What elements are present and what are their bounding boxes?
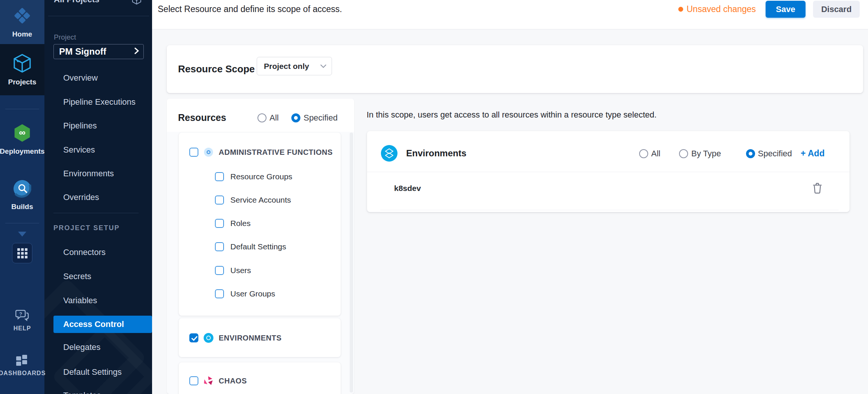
resources-panel-header: Resources All Specified [167,99,354,132]
checkbox-default-settings[interactable] [215,242,224,251]
cube-icon[interactable] [132,0,142,6]
panel-scrollbar[interactable] [350,133,353,392]
radio-env-all-label[interactable]: All [651,149,660,159]
chevron-right-icon [134,47,139,56]
project-label: Project [54,33,76,41]
sidebar-item-overrides[interactable]: Overrides [63,192,99,202]
add-resource-link[interactable]: + Add [801,148,825,159]
radio-env-specified-label[interactable]: Specified [758,149,792,159]
sidebar-item-overview[interactable]: Overview [63,73,98,83]
module-grid-button[interactable] [12,243,32,263]
svg-text:∞: ∞ [19,127,25,137]
checkbox-label[interactable]: Resource Groups [230,172,292,181]
project-selector[interactable]: PM Signoff [53,44,144,59]
sidebar-item-delegates[interactable]: Delegates [63,342,101,352]
resources-heading: Resources [178,112,226,123]
rail-item-dashboards[interactable]: DASHBOARDS [0,354,44,377]
module-rail: Home Projects ∞ Deployments Builds ? HEL… [0,0,44,394]
sidebar-divider [48,16,149,16]
rail-deployments-label: Deployments [0,147,45,156]
card-divider [367,172,850,172]
checkbox-users[interactable] [215,266,224,275]
scope-note: In this scope, users get access to all r… [367,110,656,120]
rail-item-projects[interactable]: Projects [0,44,44,95]
sidebar-item-pipeline-executions[interactable]: Pipeline Executions [63,97,136,107]
dashboards-icon [16,355,28,368]
resource-group-environments: ENVIRONMENTS [179,318,341,357]
sidebar-item-label: Access Control [53,319,124,329]
rail-builds-label: Builds [11,203,33,211]
environments-icon [381,145,397,162]
home-icon [12,6,32,27]
checkbox-label[interactable]: User Groups [230,289,275,298]
sidebar-item-secrets[interactable]: Secrets [63,272,91,281]
checkbox-label[interactable]: Roles [230,219,251,228]
administrative-functions-icon [204,148,213,157]
rail-divider [5,109,39,109]
discard-button[interactable]: Discard [813,1,860,18]
checkbox-environments[interactable] [189,333,198,342]
rail-divider [5,223,39,223]
radio-env-all[interactable] [639,149,648,158]
rail-home-label: Home [12,30,32,38]
group-label: ENVIRONMENTS [219,334,282,342]
environments-card: Environments All By Type Specified + Add… [367,131,850,212]
rail-item-deployments[interactable]: ∞ Deployments [0,121,44,157]
resource-group-chaos: CHAOS [179,362,341,394]
checkbox-roles[interactable] [215,219,224,228]
sidebar-item-environments[interactable]: Environments [63,169,114,179]
resource-scope-dropdown[interactable]: Project only [257,57,332,75]
sidebar-item-variables[interactable]: Variables [63,296,97,305]
group-label: CHAOS [219,377,247,385]
rail-item-help[interactable]: ? HELP [0,309,44,332]
rail-dashboards-label: DASHBOARDS [0,370,46,377]
sidebar-item-templates[interactable]: Templates [63,391,101,394]
deployments-icon: ∞ [13,124,32,144]
environments-icon [204,333,213,343]
resources-panel: Resources All Specified ADMINISTRATIVE F… [167,99,354,394]
page-header: Select Resource and define its scope of … [152,0,868,29]
radio-env-by-type[interactable] [679,149,688,158]
radio-env-specified[interactable] [746,149,755,158]
grid-icon [17,248,27,258]
resource-group-administrative-functions: ADMINISTRATIVE FUNCTIONS Resource Groups… [179,133,341,316]
checkbox-service-accounts[interactable] [215,195,224,205]
checkbox-user-groups[interactable] [215,289,224,298]
radio-resources-specified[interactable] [291,113,300,122]
checkbox-administrative-functions[interactable] [189,148,198,157]
sidebar-divider [53,213,139,213]
builds-icon [13,180,31,199]
sidebar-item-services[interactable]: Services [63,145,95,155]
chevron-down-icon [320,64,326,68]
radio-resources-all[interactable] [257,113,266,122]
radio-resources-all-label[interactable]: All [270,113,279,123]
chevron-down-icon[interactable] [18,232,26,237]
project-sidebar: All Projects Project PM Signoff Overview… [44,0,152,394]
checkbox-chaos[interactable] [189,376,198,385]
scope-switcher[interactable]: All Projects [54,0,99,5]
trash-icon[interactable] [812,182,822,195]
sidebar-item-access-control[interactable]: Access Control [53,316,152,333]
rail-item-builds[interactable]: Builds [0,178,44,212]
svg-text:?: ? [19,311,22,317]
page-title: Select Resource and define its scope of … [158,4,342,14]
checkbox-label[interactable]: Users [230,266,251,275]
sidebar-item-pipelines[interactable]: Pipelines [63,121,97,131]
projects-cube-icon [13,53,31,75]
dropdown-value: Project only [264,62,309,71]
save-button[interactable]: Save [766,1,806,18]
help-chat-icon: ? [15,309,29,323]
project-name: PM Signoff [59,46,106,57]
checkbox-label[interactable]: Service Accounts [230,195,291,205]
group-label: ADMINISTRATIVE FUNCTIONS [219,148,333,157]
resource-scope-card: Resource Scope Project only [167,45,863,93]
checkbox-label[interactable]: Default Settings [230,242,286,251]
rail-projects-label: Projects [8,78,37,86]
checkbox-resource-groups[interactable] [215,172,224,181]
radio-env-by-type-label[interactable]: By Type [691,149,721,159]
rail-help-label: HELP [14,325,31,332]
rail-item-home[interactable]: Home [0,0,44,44]
radio-resources-specified-label[interactable]: Specified [303,113,338,123]
sidebar-item-connectors[interactable]: Connectors [63,247,106,257]
sidebar-item-default-settings[interactable]: Default Settings [63,367,122,377]
